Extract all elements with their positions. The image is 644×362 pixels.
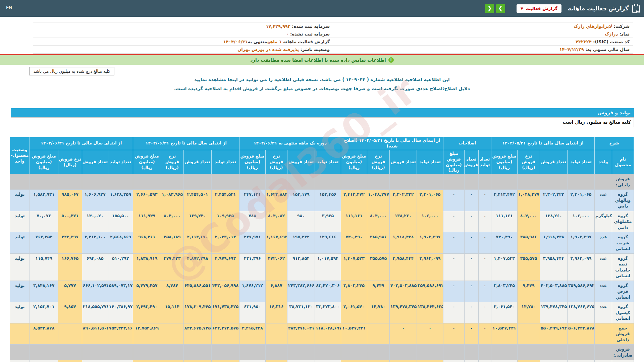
amendment-notice-pre: این اطلاعیه اصلاحیه اطلاعیه شماره ( ۱۴۰۹… [239, 77, 449, 82]
cell-amended-0: ۰ [417, 360, 443, 362]
column-group-header-corrections: اصلاحات [443, 137, 491, 150]
company-info-row: شرکت: لابراتوارهاي رازکسرمایه ثبت شده: ۱… [33, 22, 633, 30]
cell-corrections-production: ۰ [478, 232, 491, 254]
cell-amended-2: ۳۵۵,۵۷۵ [367, 253, 389, 281]
section-row-cell [464, 174, 478, 190]
cell-corrections-amount: ۰ [443, 323, 464, 345]
language-switch-link[interactable]: EN [6, 5, 12, 10]
cell-corrections-sales-count: ۰ [464, 323, 478, 345]
cell-amended-1: ۲,۳۰۲,۳۲۲ [389, 190, 417, 211]
cell-g0531-rate: ۳۸۵,۹۸۶ [517, 232, 540, 254]
cell-g0531-rate: ۱۴,۷۸۰ [517, 302, 540, 323]
table-row: فروش صادراتی: [10, 345, 634, 360]
cell-g1403-amount: ۸,۵۳۲,۸۷۸ [30, 323, 58, 345]
cell-g0531-amount: ۲,۰۶۱,۵۴۰ [491, 302, 517, 323]
cell-corrections-amount: ۰ [443, 232, 464, 254]
cell-corrections-production: ۰ [478, 253, 491, 281]
previous-notice-link[interactable]: اینجا [228, 77, 238, 82]
cell-g1403-amount: ۱,۵۸۲,۹۳۱ [30, 190, 58, 211]
header-amended-col3: مبلغ فروش (میلیون ریال) [341, 150, 367, 174]
cell-month-sales-count: ۹۸۰ [287, 211, 315, 232]
cell-g0631-0: ۲,۰۳۳,۰۱۳ [211, 232, 239, 254]
signed-info-banner: i اطلاعات نمایش داده شده با اطلاعات امضا… [0, 55, 644, 65]
company-info-row: کد صنعت (ISIC): ۴۳۲۳۲۴گزارش فعالیت ماهان… [33, 38, 633, 46]
section-row-label: فروش داخلی: [612, 174, 634, 190]
cell-g0531-rate: ۳۵۵,۵۷۵ [517, 253, 540, 281]
product-name-cell: گروه ویالهاي دامي [612, 190, 634, 211]
cell-g1403-production: ۵۱۰,۲۹۲ [108, 253, 133, 281]
cell-g1403-production: ۱۶۰,۳۸۶,۹۷۰ [108, 302, 133, 323]
cell-corrections-production: ۰ [478, 281, 491, 302]
cell-g0631-2: ۳۷۷,۴۲۳ [161, 253, 183, 281]
header-g0631-col0: تعداد تولید [211, 150, 239, 174]
cell-g1403-production: ۲,۵۶۸,۸۶۹ [108, 232, 133, 254]
company-info-cell: وضعیت ناشر: پذیرفته شده در بورس تهران [33, 47, 333, 52]
status-cell: تولید [10, 302, 30, 323]
cell-g0631-3: ۹۶۸,۴۶۱ [133, 232, 161, 254]
cell-g0631-0: ۴,۹۷۹,۶۹۳ [211, 253, 239, 281]
cell-month-rate: ۴۷۲,۰۶۲ [265, 253, 287, 281]
cell-g0631-1: ۱۳۹,۲۴۰ [183, 211, 211, 232]
previous-report-button[interactable]: ❮ [485, 4, 494, 13]
cell-g0531-amount: ۷۴۰,۴۹۰ [491, 232, 517, 254]
cell-month-production: ۱,۰۱۷,۵۹۴ [315, 253, 341, 281]
cell-corrections-production: ۰ [478, 190, 491, 211]
cell-amended-1: ۰ [389, 323, 417, 345]
section-row-cell [567, 345, 594, 360]
signed-info-text: اطلاعات نمایش داده شده با اطلاعات امضا ش… [250, 57, 386, 63]
product-name-cell: گروه قرص انساني [612, 281, 634, 302]
cell-amended-3: ۱۱۱,۱۶۱ [341, 211, 367, 232]
cell-g1403-amount: ۷۰,۰۷۶ [30, 211, 58, 232]
section-row-cell [133, 345, 161, 360]
company-info-cell: سال مالی منتهی به: ۱۴۰۴/۱۲/۲۹ [333, 47, 633, 52]
cell-corrections-sales-count: ۰ [464, 211, 478, 232]
column-group-header-g1403: از ابتدای سال مالی تا تاریخ ۱۴۰۳/۰۶/۳۱ [30, 137, 133, 150]
cell-g0531-production: ۵۰۶,۳۲۳,۸۷۸ [567, 323, 594, 345]
cell-corrections-amount: ۰ [443, 211, 464, 232]
cell-g1403-sales-count: ۶۶۶,۱۰۲,۵۹۳ [82, 281, 108, 302]
header-g0531-col1: تعداد فروش [540, 150, 567, 174]
section-row-cell [341, 345, 367, 360]
status-cell: تولید [10, 360, 30, 362]
section-row-cell [108, 345, 133, 360]
section-row-cell [211, 174, 239, 190]
company-info-label: سرمایه ثبت نشده: [288, 32, 330, 37]
cell-month-sales-count: ۱۵۲,۱۷۹ [287, 190, 315, 211]
cell-g0531-amount: ۰ [491, 360, 517, 362]
cell-g0531-sales-count: ۳,۹۵۸,۴۴۴ [540, 253, 567, 281]
cell-g0531-rate: ۱,۰۴۸,۲۷۷ [517, 190, 540, 211]
header-g0631-col2: نرخ فروش (ریال) [161, 150, 183, 174]
cell-amended-3: ۲,۴۱۳,۴۷۲ [341, 190, 367, 211]
cell-g0631-1: ۰ [183, 360, 211, 362]
next-report-button[interactable]: ❯ [496, 4, 505, 13]
column-group-header-g0631: از ابتدای سال مالی تا تاریخ ۱۴۰۴/۰۶/۳۱ [133, 137, 239, 150]
section-row-cell [133, 174, 161, 190]
unit-cell: کیلوگرم [594, 211, 612, 232]
table-row: گروه قرص انسانيعدد۳۵۹,۵۸۶,۶۹۲۴۰۲,۵۰۳,۸۸۵… [10, 281, 634, 302]
product-name-cell: گروه کپسول انساني [612, 360, 634, 362]
cell-g0631-3: ۱,۸۳۸,۹۱۹ [133, 253, 161, 281]
cell-g0631-0: ۴۴۳,۰۵۶,۹۹۸ [211, 281, 239, 302]
section-row-cell [239, 174, 265, 190]
cell-g0631-1: ۸۳۳,۶۷۵,۷۲۵ [183, 323, 211, 345]
cell-amended-0: ۱۰۶,۰۰۰ [417, 211, 443, 232]
section-row-cell [443, 345, 464, 360]
report-type-dropdown[interactable]: گزارش فعالیت ▼ [517, 4, 561, 13]
amendment-notice-post: مشاهده نمایید [194, 77, 226, 82]
company-info-label: سال مالی منتهی به: [584, 47, 630, 52]
header-month-col2: نرخ فروش (ریال) [265, 150, 287, 174]
status-cell: تولید [10, 190, 30, 211]
cell-g0531-production: ۱۳۸,۴۶۴,۶۲۵ [567, 302, 594, 323]
cell-month-sales-count: ۳۸,۷۳۱,۱۲۰ [287, 302, 315, 323]
cell-g0631-0: ۱۰۹,۹۲۵ [211, 211, 239, 232]
company-info-value: ۱۷,۴۲۹,۹۹۲ [266, 24, 290, 29]
top-bar: گزارش فعالیت ماهانه گزارش فعالیت ▼ ❯ ❮ E… [0, 0, 644, 17]
company-info-cell: سرمایه ثبت شده: ۱۷,۴۲۹,۹۹۲ [33, 24, 333, 29]
section-row-cell [211, 345, 239, 360]
unit-cell: عدد [594, 253, 612, 281]
cell-g0531-sales-count: ۱,۹۱۸,۴۳۸ [540, 232, 567, 254]
cell-g0631-3: ۲,۶۶۰,۵۹۳ [133, 190, 161, 211]
cell-g1403-amount: ۱۱۵,۷۴۹ [30, 253, 58, 281]
cell-amended-1: ۱,۹۱۸,۴۳۸ [389, 232, 417, 254]
cell-g1403-rate: ۲۲۳,۳۹۷ [58, 232, 82, 254]
